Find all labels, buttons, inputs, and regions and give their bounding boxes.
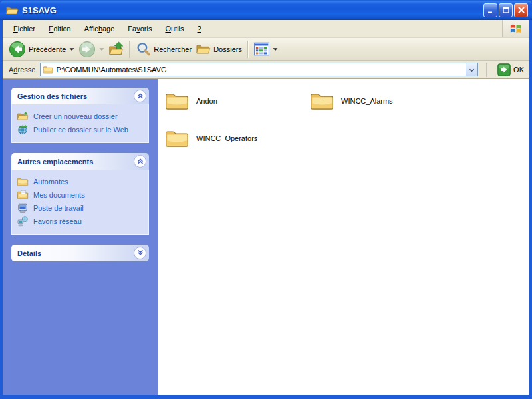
back-icon — [9, 41, 26, 58]
combo-chevron-icon — [469, 66, 475, 74]
back-button[interactable]: Précédente — [7, 39, 76, 59]
chevron-down-icon — [136, 249, 144, 258]
search-button[interactable]: Rechercher — [134, 40, 194, 58]
task-panel-gestion-des-fichiers: Gestion des fichiersCréer un nouveau dos… — [11, 88, 149, 143]
panel-header-details[interactable]: Détails — [11, 245, 149, 261]
address-label: Adresse — [9, 66, 35, 74]
window-title: S1SAVG — [22, 5, 57, 15]
chevron-up-icon — [136, 92, 144, 101]
panel-title: Détails — [17, 249, 41, 257]
menu-item-label: Edition — [49, 25, 71, 33]
up-folder-icon — [108, 41, 124, 57]
panel-body: AutomatesMes documentsPoste de travailFa… — [11, 170, 149, 235]
task-panel-details: Détails — [11, 245, 149, 261]
folder-tile-wincc-alarms[interactable]: WINCC_Alarms — [309, 84, 450, 118]
panel-header-autres-emplacements[interactable]: Autres emplacements — [11, 153, 149, 170]
menu-item-favoris[interactable]: Favoris — [121, 20, 158, 37]
maximize-icon — [502, 6, 510, 15]
publish-web-icon — [17, 124, 29, 135]
folder-icon — [17, 176, 29, 187]
sidebar-item-label: Mes documents — [33, 191, 85, 199]
up-button[interactable] — [106, 40, 126, 58]
back-label: Précédente — [29, 45, 66, 53]
menu-item-outils[interactable]: Outils — [158, 20, 190, 37]
search-label: Rechercher — [154, 45, 192, 53]
menu-item-affichage[interactable]: Affichage — [78, 20, 122, 37]
sidebar-item-label: Poste de travail — [33, 204, 84, 212]
menu-item-label: Fichier — [13, 25, 35, 33]
title-bar[interactable]: S1SAVG — [0, 0, 532, 20]
views-dropdown-icon[interactable] — [273, 47, 278, 51]
maximize-button[interactable] — [499, 3, 513, 17]
menu-items: FichierEditionAffichageFavorisOutils? — [3, 20, 208, 37]
folder-icon — [43, 65, 53, 74]
go-button[interactable]: OK — [495, 63, 526, 76]
minimize-icon — [487, 6, 495, 15]
sidebar-item-automates[interactable]: Automates — [17, 175, 146, 188]
folder-icon — [164, 90, 190, 112]
folders-label: Dossiers — [213, 45, 242, 53]
go-label: OK — [513, 66, 524, 74]
toolbar-separator — [129, 41, 130, 58]
windows-logo — [502, 20, 529, 37]
menu-item-help[interactable]: ? — [191, 20, 208, 37]
sidebar-item-mes-documents[interactable]: Mes documents — [17, 188, 146, 201]
folder-name: WINCC_Operators — [196, 134, 257, 142]
panel-title: Gestion des fichiers — [17, 92, 87, 100]
toolbar-separator — [247, 41, 249, 58]
folder-tile-wincc-operators[interactable]: WINCC_Operators — [164, 122, 305, 155]
my-documents-icon — [17, 190, 29, 200]
views-button[interactable] — [252, 40, 280, 58]
folders-icon — [196, 41, 211, 57]
minimize-button[interactable] — [483, 3, 497, 17]
menu-item-label: Outils — [165, 25, 184, 33]
views-icon — [254, 41, 269, 57]
panel-collapse-button[interactable] — [134, 155, 146, 168]
panel-body: Créer un nouveau dossierPublier ce dossi… — [11, 104, 149, 143]
address-dropdown-button[interactable] — [466, 63, 477, 76]
task-panel-autres-emplacements: Autres emplacementsAutomatesMes document… — [11, 153, 149, 235]
menu-item-fichier[interactable]: Fichier — [7, 20, 42, 37]
forward-dropdown-icon — [99, 47, 104, 51]
file-list-area[interactable]: AndonWINCC_AlarmsWINCC_Operators — [158, 79, 529, 395]
folder-tile-andon[interactable]: Andon — [164, 84, 305, 118]
search-icon — [136, 41, 151, 57]
addressbar-separator — [486, 63, 487, 77]
forward-icon — [78, 41, 96, 58]
menu-item-label: ? — [198, 25, 201, 33]
panel-header-gestion-des-fichiers[interactable]: Gestion des fichiers — [11, 88, 149, 104]
panel-collapse-button[interactable] — [134, 90, 146, 102]
content-area: Gestion des fichiersCréer un nouveau dos… — [3, 79, 529, 395]
folder-icon — [164, 128, 190, 149]
go-arrow-icon — [497, 63, 511, 76]
forward-button[interactable] — [76, 39, 106, 59]
sidebar-item-publier-ce-dossier-sur-le-web[interactable]: Publier ce dossier sur le Web — [17, 123, 146, 136]
window-controls — [483, 3, 528, 17]
explorer-window: S1SAVG FichierEditionAffichageFavorisOut… — [0, 0, 532, 399]
sidebar-item-poste-de-travail[interactable]: Poste de travail — [17, 201, 146, 215]
network-icon — [17, 216, 29, 227]
address-bar: Adresse P:\COMMUN\Automates\S1SAVG OK — [3, 61, 529, 79]
address-input[interactable]: P:\COMMUN\Automates\S1SAVG — [40, 63, 478, 76]
menu-bar: FichierEditionAffichageFavorisOutils? — [3, 20, 529, 38]
back-dropdown-icon[interactable] — [69, 47, 74, 51]
sidebar-item-favoris-reseau[interactable]: Favoris réseau — [17, 215, 146, 228]
folder-icon — [309, 90, 334, 112]
new-folder-icon — [17, 111, 29, 122]
sidebar-item-label: Favoris réseau — [33, 217, 82, 225]
menu-item-label: Favoris — [128, 25, 152, 33]
window-chrome: FichierEditionAffichageFavorisOutils? Pr… — [3, 20, 529, 395]
windows-logo-icon — [509, 21, 524, 37]
chevron-up-icon — [136, 157, 144, 166]
menu-item-label: Affichage — [84, 25, 115, 33]
my-computer-icon — [17, 203, 29, 213]
folders-button[interactable]: Dossiers — [194, 40, 244, 58]
sidebar-item-creer-un-nouveau-dossier[interactable]: Créer un nouveau dossier — [17, 110, 146, 123]
panel-collapse-button[interactable] — [134, 247, 146, 259]
menu-item-edition[interactable]: Edition — [42, 20, 78, 37]
close-button[interactable] — [514, 3, 528, 17]
toolbar: Précédente Rechercher Dossiers — [3, 38, 529, 61]
address-value: P:\COMMUN\Automates\S1SAVG — [56, 66, 166, 74]
open-folder-icon — [5, 5, 19, 16]
folder-name: Andon — [196, 97, 217, 105]
